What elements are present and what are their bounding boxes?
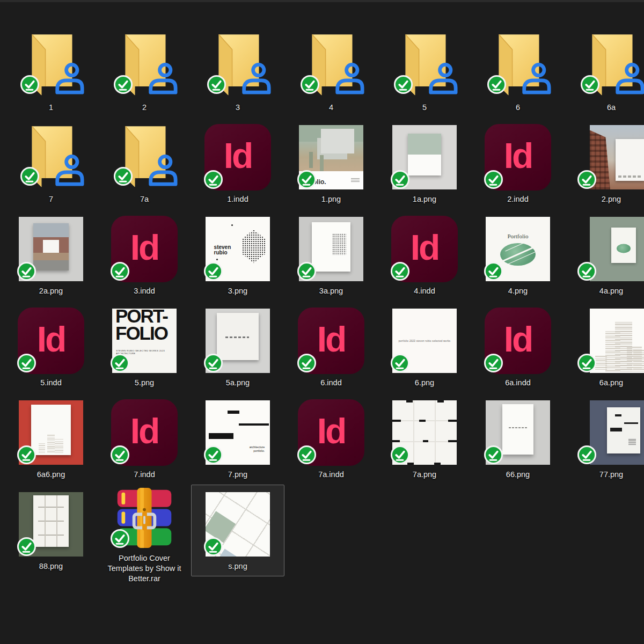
folder-item[interactable]: 5 <box>378 26 471 118</box>
file-item-png[interactable]: 2a.png <box>4 209 98 301</box>
file-label[interactable]: 1.png <box>321 194 341 204</box>
file-label[interactable]: 2 <box>142 103 147 113</box>
sync-badge-icon <box>300 75 320 94</box>
file-item-png[interactable]: 4.png <box>471 209 565 301</box>
file-label[interactable]: 2a.png <box>39 286 63 296</box>
item-icon-area: Id <box>285 395 377 467</box>
file-label[interactable]: 1.indd <box>227 194 248 204</box>
file-label[interactable]: s.png <box>228 561 247 572</box>
sync-badge-icon <box>17 537 36 557</box>
file-item-indd[interactable]: Id 7a.indd <box>284 393 378 485</box>
file-item-indd[interactable]: Id 2.indd <box>471 118 565 209</box>
file-label[interactable]: 7.indd <box>134 470 155 480</box>
file-label[interactable]: 5a.png <box>226 378 250 388</box>
file-item-png[interactable]: 5.png <box>98 301 191 393</box>
file-item-rar[interactable]: Portfolio Cover Templates by Show it Bet… <box>98 485 191 576</box>
sync-badge-icon <box>113 75 133 94</box>
file-label[interactable]: 6.indd <box>320 378 342 388</box>
sync-badge-icon <box>110 353 130 373</box>
file-label[interactable]: 3.indd <box>134 286 155 296</box>
file-item-png[interactable]: 88.png <box>4 485 98 576</box>
file-item-png[interactable]: 5a.png <box>191 301 284 393</box>
file-label[interactable]: Portfolio Cover Templates by Show it Bet… <box>104 553 185 584</box>
item-icon-area <box>285 120 377 192</box>
sync-badge-icon <box>20 166 40 186</box>
file-item-png[interactable]: s.png <box>191 485 284 576</box>
file-label[interactable]: 7a <box>140 194 149 204</box>
item-icon-area <box>285 28 377 100</box>
sync-badge-icon <box>203 353 223 373</box>
file-label[interactable]: 66.png <box>506 470 530 480</box>
file-item-indd[interactable]: Id 1.indd <box>191 118 284 209</box>
sync-badge-icon <box>390 170 410 189</box>
file-item-png[interactable]: 7.png <box>191 393 284 485</box>
sync-badge-icon <box>110 445 130 465</box>
file-item-indd[interactable]: Id 5.indd <box>4 301 98 393</box>
item-icon-area: Id <box>98 211 191 283</box>
folder-item[interactable]: 1 <box>4 26 98 118</box>
item-icon-area <box>472 395 564 467</box>
file-label[interactable]: 6a.indd <box>505 378 531 388</box>
file-item-png[interactable]: 4a.png <box>565 209 644 301</box>
sync-badge-icon <box>393 75 413 94</box>
file-label[interactable]: 6a.png <box>599 378 623 388</box>
file-item-indd[interactable]: Id 7.indd <box>98 393 191 485</box>
file-item-png[interactable]: 1.png <box>284 118 378 209</box>
file-item-png[interactable]: 2.png <box>565 118 644 209</box>
file-label[interactable]: 5 <box>422 103 427 113</box>
item-icon-area <box>192 395 284 467</box>
sync-badge-icon <box>110 529 130 548</box>
item-icon-area <box>98 487 191 551</box>
file-item-png[interactable]: 6.png <box>378 301 471 393</box>
file-item-png[interactable]: 1a.png <box>378 118 471 209</box>
file-label[interactable]: 3.png <box>228 286 247 296</box>
folder-item[interactable]: 7a <box>98 118 191 209</box>
file-item-png[interactable]: 6a.png <box>565 301 644 393</box>
file-label[interactable]: 6.png <box>415 378 434 388</box>
file-label[interactable]: 4a.png <box>599 286 623 296</box>
file-label[interactable]: 7a.png <box>413 470 436 480</box>
item-icon-area <box>192 303 284 375</box>
file-label[interactable]: 1 <box>49 103 53 113</box>
file-label[interactable]: 2.png <box>602 194 621 204</box>
folder-item[interactable]: 7 <box>4 118 98 209</box>
file-label[interactable]: 5.png <box>135 378 154 388</box>
file-label[interactable]: 7.png <box>228 470 247 480</box>
item-icon-area: Id <box>472 120 564 192</box>
file-item-png[interactable]: 3a.png <box>284 209 378 301</box>
file-label[interactable]: 4.indd <box>414 286 435 296</box>
file-label[interactable]: 7a.indd <box>318 470 344 480</box>
file-label[interactable]: 6 <box>516 103 520 113</box>
file-label[interactable]: 6a6.png <box>37 470 65 480</box>
file-label[interactable]: 4 <box>329 103 333 113</box>
folder-item[interactable]: 6a <box>565 26 644 118</box>
sync-badge-icon <box>484 353 503 373</box>
file-item-indd[interactable]: Id 6.indd <box>284 301 378 393</box>
file-item-indd[interactable]: Id 3.indd <box>98 209 191 301</box>
file-item-png[interactable]: 7a.png <box>378 393 471 485</box>
file-label[interactable]: 77.png <box>599 470 623 480</box>
file-label[interactable]: 7 <box>49 194 53 204</box>
file-item-png[interactable]: 66.png <box>471 393 565 485</box>
folder-item[interactable]: 3 <box>191 26 284 118</box>
shared-person-icon <box>612 62 644 96</box>
file-label[interactable]: 1a.png <box>413 194 436 204</box>
folder-item[interactable]: 6 <box>471 26 565 118</box>
file-item-png[interactable]: 3.png <box>191 209 284 301</box>
file-label[interactable]: 3 <box>236 103 240 113</box>
sync-badge-icon <box>203 537 223 557</box>
file-label[interactable]: 4.png <box>508 286 528 296</box>
folder-item[interactable]: 2 <box>98 26 191 118</box>
file-label[interactable]: 3a.png <box>319 286 343 296</box>
file-item-indd[interactable]: Id 4.indd <box>378 209 471 301</box>
file-label[interactable]: 6a <box>607 103 616 113</box>
sync-badge-icon <box>390 261 410 281</box>
file-item-indd[interactable]: Id 6a.indd <box>471 301 565 393</box>
file-label[interactable]: 2.indd <box>507 194 529 204</box>
file-item-png[interactable]: 77.png <box>565 393 644 485</box>
shared-person-icon <box>52 62 84 96</box>
file-label[interactable]: 88.png <box>39 561 63 572</box>
folder-item[interactable]: 4 <box>284 26 378 118</box>
file-label[interactable]: 5.indd <box>40 378 62 388</box>
file-item-png[interactable]: 6a6.png <box>4 393 98 485</box>
